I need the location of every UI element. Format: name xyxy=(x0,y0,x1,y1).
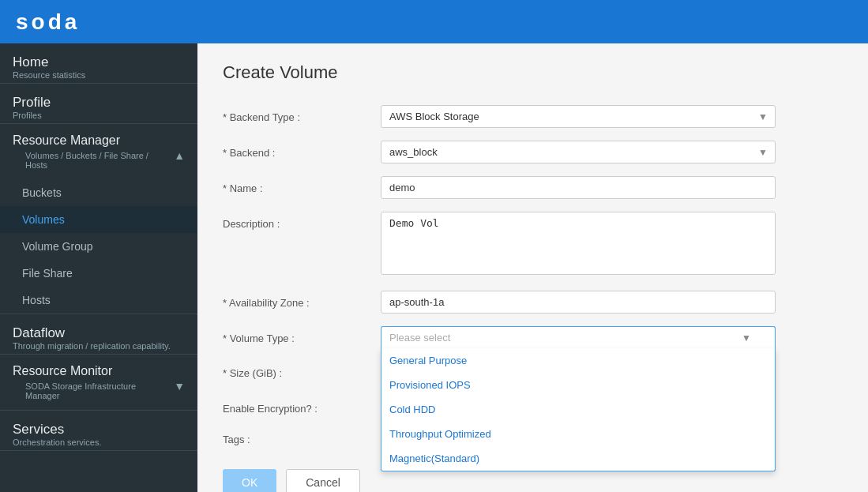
volume-type-option-provisioned[interactable]: Provisioned IOPS xyxy=(381,373,775,397)
content-area: Create Volume * Backend Type : AWS Block… xyxy=(197,43,868,492)
encryption-label: Enable Encryption? : xyxy=(223,396,381,415)
sidebar-item-volume-group[interactable]: Volume Group xyxy=(0,233,197,260)
button-row: OK Cancel xyxy=(223,469,843,492)
sidebar: Home Resource statistics Profile Profile… xyxy=(0,43,197,492)
volume-type-option-magnetic[interactable]: Magnetic(Standard) xyxy=(381,446,775,471)
description-control: Demo Vol xyxy=(381,212,776,278)
resource-manager-label: Resource Manager xyxy=(13,133,174,148)
services-label: Services xyxy=(13,422,185,438)
sidebar-resource-manager[interactable]: Resource Manager Volumes / Buckets / Fil… xyxy=(0,124,197,179)
name-control xyxy=(381,176,776,199)
volume-type-placeholder: Please select xyxy=(389,332,450,344)
volume-type-option-general[interactable]: General Purpose xyxy=(381,348,775,373)
backend-select-wrapper: aws_block ▼ xyxy=(381,141,776,163)
backend-row: * Backend : aws_block ▼ xyxy=(223,141,776,163)
sidebar-nav-items: Buckets Volumes Volume Group File Share … xyxy=(0,179,197,314)
description-row: Description : Demo Vol xyxy=(223,212,776,278)
backend-type-label: * Backend Type : xyxy=(223,105,381,123)
volume-type-option-cold[interactable]: Cold HDD xyxy=(381,397,775,422)
page-title: Create Volume xyxy=(223,62,843,83)
chevron-up-icon: ▲ xyxy=(174,149,185,162)
name-row: * Name : xyxy=(223,176,776,199)
description-textarea[interactable]: Demo Vol xyxy=(381,212,776,275)
availability-zone-label: * Availability Zone : xyxy=(223,291,381,309)
volume-type-dropdown-list: General Purpose Provisioned IOPS Cold HD… xyxy=(381,348,776,471)
dataflow-label: Dataflow xyxy=(13,325,185,341)
volume-type-row: * Volume Type : Please select ▼ General … xyxy=(223,326,776,348)
description-label: Description : xyxy=(223,212,381,230)
backend-control: aws_block ▼ xyxy=(381,141,776,163)
backend-label: * Backend : xyxy=(223,141,381,159)
availability-zone-row: * Availability Zone : xyxy=(223,291,776,314)
sidebar-item-dataflow[interactable]: Dataflow Through migration / replication… xyxy=(0,314,197,354)
availability-zone-control xyxy=(381,291,776,314)
backend-type-control: AWS Block Storage ▼ xyxy=(381,105,776,128)
profile-sub: Profiles xyxy=(13,111,185,120)
volume-type-dropdown-wrapper: Please select ▼ General Purpose Provisio… xyxy=(381,326,776,348)
top-bar: soda xyxy=(0,0,868,43)
volume-type-control: Please select ▼ General Purpose Provisio… xyxy=(381,326,776,348)
backend-type-row: * Backend Type : AWS Block Storage ▼ xyxy=(223,105,776,128)
sidebar-item-volumes[interactable]: Volumes xyxy=(0,206,197,233)
sidebar-resource-monitor[interactable]: Resource Monitor SODA Storage Infrastruc… xyxy=(0,355,197,410)
size-label: * Size (GiB) : xyxy=(223,361,381,379)
sidebar-item-file-share[interactable]: File Share xyxy=(0,260,197,287)
backend-type-select[interactable]: AWS Block Storage xyxy=(381,105,776,128)
availability-zone-input[interactable] xyxy=(381,291,776,314)
backend-type-select-wrapper: AWS Block Storage ▼ xyxy=(381,105,776,128)
home-sub: Resource statistics xyxy=(13,70,185,80)
volume-type-arrow-icon: ▼ xyxy=(742,332,751,344)
volume-type-label: * Volume Type : xyxy=(223,326,381,344)
sidebar-item-buckets[interactable]: Buckets xyxy=(0,179,197,206)
volume-type-option-throughput[interactable]: Throughput Optimized xyxy=(381,422,775,446)
ok-button[interactable]: OK xyxy=(223,469,276,492)
sidebar-item-profile[interactable]: Profile Profiles xyxy=(0,84,197,123)
resource-manager-links: Volumes / Buckets / File Share / Hosts xyxy=(13,148,174,178)
sidebar-item-services[interactable]: Services Orchestration services. xyxy=(0,411,197,450)
services-sub: Orchestration services. xyxy=(13,438,185,447)
volume-type-trigger[interactable]: Please select ▼ xyxy=(381,326,776,348)
sidebar-item-home[interactable]: Home Resource statistics xyxy=(0,43,197,83)
backend-select[interactable]: aws_block xyxy=(381,141,776,163)
resource-monitor-sub: SODA Storage Infrastructure Manager xyxy=(13,378,174,408)
resource-monitor-label: Resource Monitor xyxy=(13,364,174,378)
chevron-down-icon: ▼ xyxy=(174,380,185,392)
cancel-button[interactable]: Cancel xyxy=(286,469,360,492)
dataflow-sub: Through migration / replication capabili… xyxy=(13,341,185,351)
tags-label: Tags : xyxy=(223,427,381,445)
home-label: Home xyxy=(13,54,185,70)
name-input[interactable] xyxy=(381,176,776,199)
main-area: Home Resource statistics Profile Profile… xyxy=(0,43,868,492)
name-label: * Name : xyxy=(223,176,381,194)
sidebar-item-hosts[interactable]: Hosts xyxy=(0,287,197,314)
app-logo: soda xyxy=(16,9,80,35)
profile-label: Profile xyxy=(13,95,185,111)
